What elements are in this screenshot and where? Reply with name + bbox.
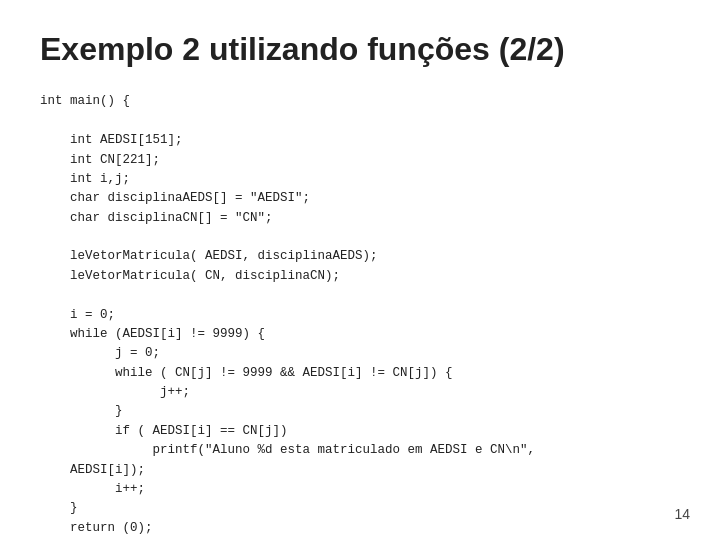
page-number: 14 — [674, 506, 690, 522]
code-block: int main() { int AEDSI[151]; int CN[221]… — [40, 92, 680, 540]
slide-title: Exemplo 2 utilizando funções (2/2) — [40, 30, 680, 68]
slide-container: Exemplo 2 utilizando funções (2/2) int m… — [0, 0, 720, 540]
